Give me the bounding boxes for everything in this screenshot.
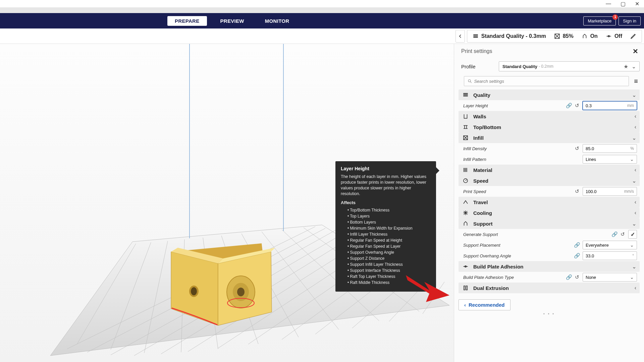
profile-sub: - 0.2mm bbox=[539, 64, 553, 69]
setting-label: Generate Support bbox=[463, 232, 550, 237]
tooltip-affects-item: Top/Bottom Thickness bbox=[347, 207, 431, 213]
svg-rect-67 bbox=[466, 286, 468, 290]
stage-tabs: PREPARE PREVIEW MONITOR bbox=[167, 16, 297, 26]
reset-icon[interactable]: ↺ bbox=[574, 145, 580, 152]
setting-support-placement: Support Placement 🔗 Everywhere ⌄ bbox=[459, 240, 640, 250]
maximize-button[interactable]: ▢ bbox=[621, 1, 626, 7]
minimize-button[interactable]: — bbox=[606, 1, 611, 7]
support-placement-value: Everywhere bbox=[586, 243, 609, 248]
infill-icon bbox=[554, 33, 560, 39]
recommended-button[interactable]: ‹ Recommended bbox=[459, 299, 511, 310]
chevron-down-icon: ⌄ bbox=[632, 135, 636, 141]
section-quality-title: Quality bbox=[473, 92, 490, 98]
generate-support-checkbox[interactable] bbox=[628, 230, 637, 239]
section-adhesion[interactable]: Build Plate Adhesion ⌄ bbox=[459, 261, 640, 272]
section-infill[interactable]: Infill ⌄ bbox=[459, 132, 640, 143]
svg-point-46 bbox=[468, 80, 471, 82]
profile-name: Standard Quality bbox=[502, 64, 537, 69]
tab-prepare[interactable]: PREPARE bbox=[167, 16, 207, 26]
link-icon[interactable]: 🔗 bbox=[566, 274, 572, 280]
tab-monitor[interactable]: MONITOR bbox=[258, 16, 297, 26]
support-icon bbox=[462, 221, 469, 227]
infill-pattern-select[interactable]: Lines ⌄ bbox=[583, 155, 637, 164]
chevron-left-icon: ‹ bbox=[464, 302, 466, 308]
search-input[interactable] bbox=[474, 79, 625, 84]
svg-point-40 bbox=[191, 287, 197, 295]
support-angle-input[interactable]: ° bbox=[583, 251, 637, 260]
svg-point-43 bbox=[237, 288, 245, 296]
chevron-down-icon: ⌄ bbox=[630, 157, 634, 162]
adhesion-type-select[interactable]: None ⌄ bbox=[583, 273, 637, 282]
tooltip-affects-item: Bottom Layers bbox=[347, 219, 431, 225]
unit-label: mm/s bbox=[624, 189, 634, 194]
layers-icon bbox=[473, 33, 479, 39]
chevron-left-icon bbox=[457, 33, 463, 39]
chevron-left-icon: ‹ bbox=[635, 167, 636, 173]
summary-support: On bbox=[582, 33, 598, 39]
settings-visibility-button[interactable]: ≡ bbox=[632, 77, 640, 85]
section-quality[interactable]: Quality ⌄ bbox=[459, 89, 640, 100]
link-icon[interactable]: 🔗 bbox=[611, 231, 618, 237]
3d-viewport[interactable]: Layer Height The height of each layer in… bbox=[0, 44, 454, 362]
setting-infill-pattern: Infill Pattern Lines ⌄ bbox=[459, 154, 640, 165]
setting-label: Support Overhang Angle bbox=[463, 253, 550, 258]
support-angle-field[interactable] bbox=[586, 253, 632, 258]
setting-adhesion-type: Build Plate Adhesion Type 🔗↺ None ⌄ bbox=[459, 272, 640, 283]
summary-box[interactable]: Standard Quality - 0.3mm 85% On Off bbox=[467, 30, 642, 43]
svg-line-59 bbox=[466, 180, 467, 181]
tooltip-affects-item: Minimum Skin Width for Expansion bbox=[347, 225, 431, 231]
profile-select[interactable]: Standard Quality - 0.2mm ★ ⌄ bbox=[499, 61, 640, 71]
layer-height-field[interactable] bbox=[586, 103, 627, 108]
setting-layer-height: Layer Height 🔗 ↺ mm bbox=[459, 100, 640, 111]
close-window-button[interactable]: ✕ bbox=[635, 1, 639, 7]
section-dual[interactable]: Dual Extrusion ‹ bbox=[459, 283, 640, 293]
section-support-title: Support bbox=[473, 221, 493, 227]
panel-close-button[interactable]: ✕ bbox=[633, 47, 638, 55]
panel-resize-handle[interactable]: • • • bbox=[457, 310, 641, 318]
reset-icon[interactable]: ↺ bbox=[574, 103, 580, 109]
link-icon[interactable]: 🔗 bbox=[566, 103, 572, 109]
setting-label: Print Speed bbox=[463, 189, 550, 194]
chevron-left-icon: ‹ bbox=[635, 113, 636, 119]
summary-collapse-button[interactable] bbox=[455, 30, 465, 43]
section-topbottom[interactable]: Top/Bottom ‹ bbox=[459, 122, 640, 132]
section-speed[interactable]: Speed ⌄ bbox=[459, 175, 640, 186]
section-travel[interactable]: Travel ‹ bbox=[459, 197, 640, 207]
tooltip-arrow bbox=[436, 167, 439, 174]
reset-icon[interactable]: ↺ bbox=[574, 274, 580, 280]
link-icon[interactable]: 🔗 bbox=[574, 242, 580, 248]
settings-summary-bar: Standard Quality - 0.3mm 85% On Off bbox=[0, 28, 644, 44]
section-support[interactable]: Support ⌄ bbox=[459, 218, 640, 229]
link-icon[interactable]: 🔗 bbox=[574, 253, 580, 259]
svg-rect-1 bbox=[473, 36, 478, 36]
chevron-down-icon: ⌄ bbox=[632, 63, 636, 70]
support-placement-select[interactable]: Everywhere ⌄ bbox=[583, 241, 637, 249]
print-speed-input[interactable]: mm/s bbox=[583, 187, 637, 196]
section-walls[interactable]: Walls ‹ bbox=[459, 111, 640, 122]
dual-icon bbox=[462, 285, 469, 291]
chevron-down-icon: ⌄ bbox=[632, 178, 636, 184]
reset-icon[interactable]: ↺ bbox=[620, 231, 626, 237]
layer-height-input[interactable]: mm bbox=[583, 101, 637, 110]
marketplace-button[interactable]: Marketplace 1 bbox=[583, 16, 616, 25]
pencil-icon[interactable] bbox=[630, 33, 636, 39]
tooltip-affects-item: Support Infill Layer Thickness bbox=[347, 261, 431, 267]
signin-button[interactable]: Sign in bbox=[619, 16, 641, 25]
section-cooling[interactable]: Cooling ‹ bbox=[459, 207, 640, 218]
section-material[interactable]: Material ‹ bbox=[459, 165, 640, 175]
infill-density-input[interactable]: % bbox=[583, 144, 637, 153]
topbottom-icon bbox=[462, 124, 469, 130]
setting-support-angle: Support Overhang Angle 🔗 ° bbox=[459, 250, 640, 261]
tab-preview[interactable]: PREVIEW bbox=[213, 16, 252, 26]
adhesion-type-value: None bbox=[586, 275, 596, 280]
tooltip-affects-item: Support Z Distance bbox=[347, 255, 431, 261]
star-icon[interactable]: ★ bbox=[624, 63, 628, 70]
tooltip-layer-height: Layer Height The height of each layer in… bbox=[335, 161, 436, 292]
search-settings[interactable] bbox=[464, 76, 629, 86]
reset-icon[interactable]: ↺ bbox=[574, 188, 580, 194]
tooltip-body: The height of each layer in mm. Higher v… bbox=[341, 174, 431, 197]
svg-rect-2 bbox=[473, 37, 478, 38]
model-bracket[interactable] bbox=[171, 243, 275, 325]
print-speed-field[interactable] bbox=[586, 189, 624, 194]
infill-density-field[interactable] bbox=[586, 146, 630, 151]
